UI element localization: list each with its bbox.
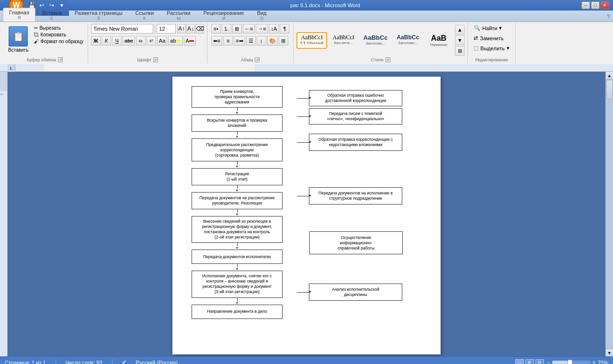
zoom-in-btn[interactable]: +: [592, 359, 596, 364]
list-bullet-btn[interactable]: ≡•: [211, 24, 221, 34]
document-canvas[interactable]: Прием конвертов, проверка правильности а…: [8, 72, 605, 356]
side-flow-column: ▶ Обратная отправка ошибочно доставленно…: [297, 86, 403, 319]
zoom-fill: [552, 361, 568, 364]
shading-btn[interactable]: 🎨: [267, 36, 278, 46]
subscript-button[interactable]: x₂: [136, 36, 146, 46]
clipboard-expand-btn[interactable]: ↗: [58, 57, 63, 62]
side-group-1: ▶ Обратная отправка ошибочно доставленно…: [297, 90, 403, 125]
tab-refs[interactable]: Ссылки К: [129, 8, 160, 22]
status-bar-right: ▭ ⊞ ⊟ − + 70%: [515, 359, 608, 364]
borders-btn[interactable]: ⊞: [279, 36, 288, 46]
styles-scroll-down-btn[interactable]: ▼: [455, 35, 465, 45]
indent-btn[interactable]: →≡: [256, 24, 268, 34]
scissors-icon: ✂: [34, 25, 38, 31]
outdent-btn[interactable]: ←≡: [243, 24, 255, 34]
paragraph-expand-btn[interactable]: ↗: [255, 57, 260, 62]
replace-icon: ⇄: [474, 35, 478, 41]
paste-button[interactable]: 📋 Вставить: [5, 24, 32, 55]
paste-icon: 📋: [9, 26, 28, 46]
style-no-spacing[interactable]: AaBbCcI Без инте...: [329, 32, 358, 49]
scroll-thumb[interactable]: [606, 80, 613, 99]
tab-insert[interactable]: Вставка С: [36, 8, 68, 22]
flow-box-s1: Обратная отправка ошибочно доставленной …: [309, 90, 402, 106]
align-justify-btn[interactable]: ☰: [246, 36, 256, 46]
font-size-input[interactable]: [157, 24, 176, 34]
font-group: A↑ A↓ ⌫ Ж К Ч abc x₂ x² Aa ab А: [88, 23, 207, 63]
align-left-btn[interactable]: ⬅≡: [211, 36, 222, 46]
scroll-up-btn[interactable]: ▲: [606, 72, 613, 80]
view-fullscreen-btn[interactable]: ⊞: [525, 359, 534, 364]
copy-button[interactable]: ⿻ Копировать: [33, 32, 85, 38]
styles-scroll-up-btn[interactable]: ▲: [455, 25, 465, 34]
font-name-row: A↑ A↓ ⌫: [91, 24, 204, 34]
line-spacing-btn[interactable]: ↕: [257, 36, 266, 46]
arrow-3-4: ▼: [236, 161, 239, 168]
sort-btn[interactable]: ↕A: [269, 24, 279, 34]
underline-button[interactable]: Ч: [112, 36, 122, 46]
style-heading2[interactable]: AaBbCc Заголово...: [393, 32, 423, 49]
list-number-btn[interactable]: 1.: [222, 24, 231, 34]
flow-box-s6: Анализ исполнительской дисциплины: [309, 284, 402, 301]
style-normal[interactable]: AaBbCcI ¶ ¶ Обычный: [296, 32, 327, 49]
minimize-button[interactable]: ─: [581, 1, 590, 9]
find-button[interactable]: 🔍 Найти ▾: [471, 24, 505, 32]
styles-expand-btn[interactable]: ↗: [386, 57, 390, 62]
font-size-increase-btn[interactable]: A↑: [177, 24, 186, 34]
styles-group: AaBbCcI ¶ ¶ Обычный AaBbCcI Без инте... …: [294, 23, 468, 63]
style-heading1[interactable]: AaBbCc Заголово...: [360, 32, 392, 49]
ribbon-tab-bar: Главная Я Вставка С Разметка страницы З …: [0, 11, 613, 22]
strikethrough-button[interactable]: abc: [123, 36, 135, 46]
arrow-1-2: ▼: [236, 108, 239, 114]
flow-box-6: Внесение сведений из резолюции в регистр…: [192, 216, 283, 243]
tab-layout[interactable]: Разметка страницы З: [68, 8, 129, 22]
format-paint-button[interactable]: 🖌 Формат по образцу: [33, 38, 85, 45]
tab-review[interactable]: Рецензирование И: [197, 8, 250, 22]
font-size-decrease-btn[interactable]: A↓: [186, 24, 195, 34]
close-button[interactable]: ✕: [601, 1, 609, 9]
styles-group-label: Стили: [371, 57, 384, 62]
binoculars-icon: 🔍: [474, 25, 480, 31]
zoom-out-btn[interactable]: −: [547, 359, 550, 364]
tab-view[interactable]: Вид О: [251, 8, 273, 22]
spellcheck-icon[interactable]: ✔: [122, 359, 126, 364]
arrow-4-5: ▼: [236, 185, 239, 192]
align-center-btn[interactable]: ≡: [223, 36, 233, 46]
highlight-button[interactable]: ab: [168, 36, 182, 46]
ribbon-help-btn[interactable]: ?: [607, 13, 613, 22]
maximize-button[interactable]: □: [591, 1, 600, 9]
italic-button[interactable]: К: [102, 36, 111, 46]
change-case-button[interactable]: Aa: [157, 36, 167, 46]
view-print-btn[interactable]: ▭: [515, 359, 524, 364]
cut-button[interactable]: ✂ Вырезать: [33, 25, 85, 31]
multilevel-list-btn[interactable]: ⊞: [232, 24, 242, 34]
align-right-btn[interactable]: ≡➡: [234, 36, 245, 46]
view-web-btn[interactable]: ⊟: [535, 359, 544, 364]
font-expand-btn[interactable]: ↗: [153, 57, 158, 62]
show-marks-btn[interactable]: ¶: [280, 24, 289, 34]
clipboard-group-label: Буфер обмена: [27, 57, 56, 62]
select-button[interactable]: ⬚ Выделить ▾: [471, 44, 512, 52]
side-group-2: ▶ Обратная отправка корреспонденции с не…: [297, 134, 403, 151]
scroll-down-btn[interactable]: ▼: [606, 349, 613, 356]
clear-format-btn[interactable]: ⌫: [195, 24, 204, 34]
font-color-button[interactable]: А: [184, 36, 196, 46]
zoom-thumb[interactable]: [568, 360, 572, 364]
tab-mail[interactable]: Рассылки Ы: [160, 8, 196, 22]
bold-button[interactable]: Ж: [91, 36, 101, 46]
arrow-6-7: ▼: [236, 243, 239, 250]
zoom-slider[interactable]: [552, 361, 590, 364]
replace-button[interactable]: ⇄ Заменить: [471, 34, 506, 42]
tab-home[interactable]: Главная Я: [3, 8, 35, 22]
flow-box-4: Регистрация (1-ый этап): [192, 168, 283, 185]
ruler-corner[interactable]: L: [8, 64, 15, 72]
superscript-button[interactable]: x²: [147, 36, 156, 46]
styles-more-btn[interactable]: ⊞: [455, 46, 465, 56]
style-title[interactable]: АаВ Название: [424, 32, 453, 49]
language: Русский (Россия): [136, 360, 178, 364]
scroll-track[interactable]: [606, 80, 613, 349]
font-name-input[interactable]: [91, 24, 153, 34]
clipboard-controls: 📋 Вставить ✂ Вырезать ⿻ Копировать 🖌 Фор…: [5, 24, 85, 57]
vertical-scrollbar[interactable]: ▲ ▼: [605, 72, 613, 356]
status-bar: Страница: 1 из 1 Число слов: 93 ✔ Русски…: [0, 356, 613, 364]
flow-box-2: Вскрытие конвертов и проверка вложений: [192, 114, 283, 132]
